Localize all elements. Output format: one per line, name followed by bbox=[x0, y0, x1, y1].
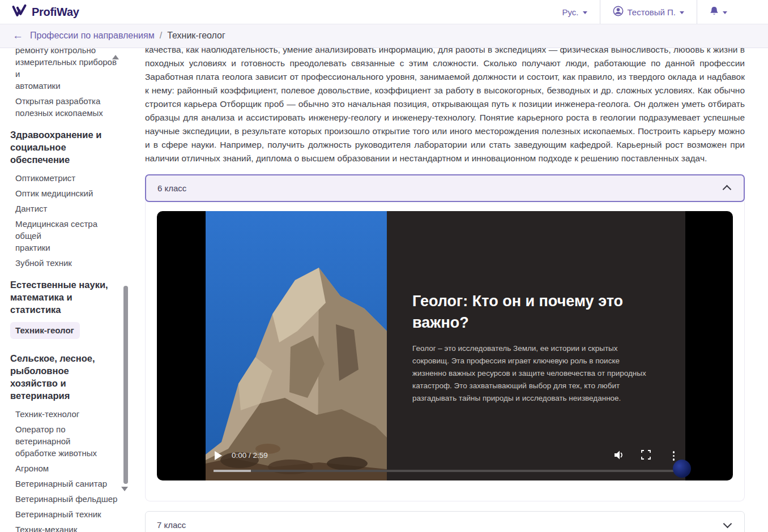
video-watermark-circle bbox=[673, 460, 691, 478]
sidebar-item[interactable]: Оптикометрист bbox=[15, 172, 118, 184]
top-bar-actions: Рус. Тестовый П. bbox=[550, 0, 768, 24]
more-options-icon[interactable] bbox=[673, 451, 675, 461]
sidebar-item[interactable]: Техник-технолог bbox=[15, 408, 118, 420]
language-label: Рус. bbox=[562, 7, 579, 17]
back-arrow-icon[interactable]: ← bbox=[12, 29, 23, 42]
scroll-up-icon[interactable] bbox=[112, 55, 119, 59]
video-time-display: 0:00 / 2:59 bbox=[232, 451, 268, 460]
sidebar-item[interactable]: Оптик медицинский bbox=[15, 187, 118, 199]
breadcrumb-current: Техник-геолог bbox=[167, 31, 225, 41]
sidebar-group-title: Сельское, лесное, рыболовное хозяйство и… bbox=[10, 352, 118, 402]
accordion-header-grade7[interactable]: 7 класс bbox=[145, 511, 745, 532]
sidebar-item[interactable]: Ветеринарный фельдшер bbox=[15, 493, 118, 505]
breadcrumb: ← Профессии по направлениям / Техник-гео… bbox=[0, 24, 768, 48]
sidebar-group: Здравоохранение и социальное обеспечение… bbox=[15, 128, 118, 269]
user-name: Тестовый П. bbox=[628, 7, 676, 17]
sidebar-group: Сельское, лесное, рыболовное хозяйство и… bbox=[15, 352, 118, 532]
user-menu[interactable]: Тестовый П. bbox=[600, 0, 697, 24]
sidebar-item[interactable]: Медицинская сестра общей практики bbox=[15, 218, 118, 254]
sidebar-item[interactable]: Агроном bbox=[15, 462, 118, 474]
play-icon[interactable] bbox=[215, 451, 222, 460]
sidebar-item-active[interactable]: Техник-геолог bbox=[10, 322, 80, 339]
sidebar-scrollbar-thumb[interactable] bbox=[123, 286, 128, 484]
breadcrumb-parent-link[interactable]: Профессии по направлениям bbox=[30, 31, 155, 41]
main-content: качества, как наблюдательность, умение а… bbox=[142, 48, 768, 532]
sidebar-group: ремонту контрольно измерительных приборо… bbox=[15, 48, 118, 119]
fullscreen-icon[interactable] bbox=[641, 450, 651, 462]
profiway-app: { "brand": { "name": "ProfiWay" }, "topb… bbox=[0, 0, 768, 532]
volume-icon[interactable] bbox=[614, 451, 625, 462]
sidebar-group-title: Здравоохранение и социальное обеспечение bbox=[10, 128, 118, 166]
chevron-down-icon bbox=[723, 11, 727, 14]
profession-description-text: качества, как наблюдательность, умение а… bbox=[145, 48, 745, 165]
sidebar-group: Естественные науки, математика и статист… bbox=[15, 278, 118, 342]
sidebar-item[interactable]: Ветеринарный санитар bbox=[15, 478, 118, 490]
video-description: Геолог – это исследователь Земли, ее ист… bbox=[412, 342, 650, 405]
notifications-menu[interactable] bbox=[697, 0, 740, 24]
video-title: Геолог: Кто он и почему это важно? bbox=[412, 290, 664, 333]
language-selector[interactable]: Рус. bbox=[550, 0, 600, 24]
chevron-down-icon bbox=[680, 11, 684, 14]
video-progress-bar[interactable] bbox=[214, 470, 682, 472]
sidebar-group-title: Естественные науки, математика и статист… bbox=[10, 278, 118, 316]
video-info-panel: Геолог: Кто он и почему это важно? Геоло… bbox=[387, 211, 685, 480]
scroll-down-icon[interactable] bbox=[121, 487, 128, 491]
sidebar-item[interactable]: ремонту контрольно измерительных приборо… bbox=[15, 48, 118, 92]
top-bar: ProfiWay Рус. Тестовый П. bbox=[0, 0, 768, 24]
sidebar-list: ремонту контрольно измерительных приборо… bbox=[15, 48, 118, 532]
video-buffered-segment bbox=[214, 470, 251, 472]
video-player[interactable]: Геолог: Кто он и почему это важно? Геоло… bbox=[157, 211, 733, 480]
user-avatar-icon bbox=[613, 6, 624, 18]
chevron-down-icon bbox=[723, 520, 732, 529]
sidebar-item[interactable]: Ветеринарный техник bbox=[15, 508, 118, 520]
sidebar-item[interactable]: Техник-механик bbox=[15, 524, 118, 532]
professions-sidebar: ремонту контрольно измерительных приборо… bbox=[0, 48, 142, 532]
chevron-up-icon bbox=[723, 185, 732, 194]
chevron-down-icon bbox=[583, 11, 587, 14]
accordion-body-grade6: Геолог: Кто он и почему это важно? Геоло… bbox=[145, 201, 745, 501]
profession-detail: качества, как наблюдательность, умение а… bbox=[142, 48, 768, 532]
brand-name: ProfiWay bbox=[32, 6, 79, 19]
accordion-label: 7 класс bbox=[157, 520, 186, 530]
video-thumbnail-photo bbox=[206, 211, 387, 480]
bell-icon bbox=[710, 6, 719, 18]
sidebar-item[interactable]: Зубной техник bbox=[15, 257, 118, 269]
profiway-mark-icon bbox=[11, 3, 27, 21]
sidebar-item[interactable]: Оператор по ветеринарной обработке живот… bbox=[15, 423, 118, 459]
sidebar-item[interactable]: Дантист bbox=[15, 203, 118, 214]
breadcrumb-separator: / bbox=[160, 31, 162, 41]
sidebar-item[interactable]: Открытая разработка полезных ископаемых bbox=[15, 95, 118, 119]
accordion-label: 6 класс bbox=[157, 183, 186, 193]
brand-logo[interactable]: ProfiWay bbox=[0, 3, 79, 21]
accordion-header-grade6[interactable]: 6 класс bbox=[145, 174, 745, 202]
